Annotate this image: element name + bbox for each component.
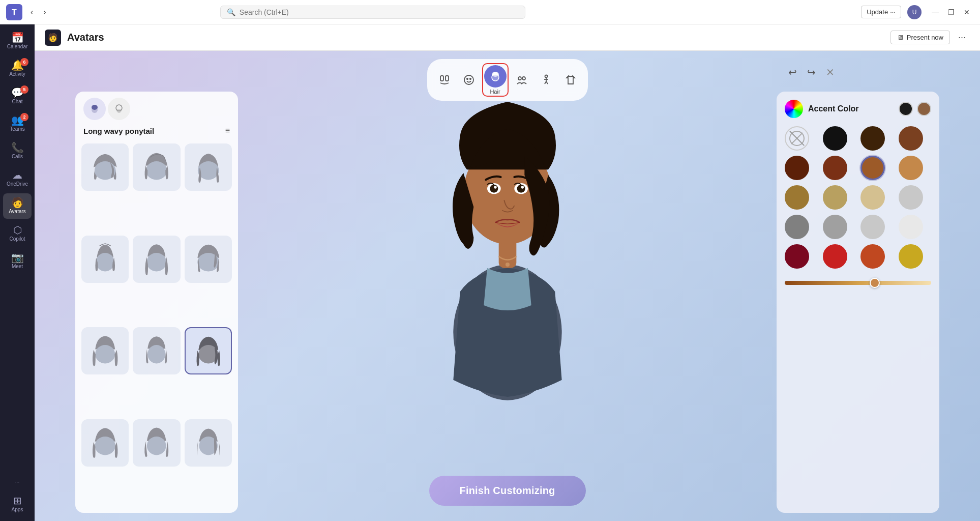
left-panel: Long wavy ponytail ≡ <box>75 92 238 513</box>
maximize-button[interactable]: ❐ <box>944 6 959 18</box>
sidebar-item-activity[interactable]: 🔔 Activity 6 <box>3 56 32 81</box>
sidebar-item-apps[interactable]: ⊞ Apps <box>3 491 32 517</box>
window-controls: — ❐ ✕ <box>928 6 974 18</box>
minimize-button[interactable]: — <box>928 6 943 18</box>
finish-customizing-button[interactable]: Finish Customizing <box>429 476 585 506</box>
sidebar-item-chat[interactable]: 💬 Chat 5 <box>3 83 32 109</box>
hair-style-item-6[interactable] <box>185 236 232 283</box>
redo-button[interactable]: ↪ <box>804 63 819 81</box>
color-swatch-black[interactable] <box>823 126 847 151</box>
color-swatch-auburn[interactable] <box>860 244 885 269</box>
hair-style-item-12[interactable] <box>185 419 232 467</box>
undo-button[interactable]: ↩ <box>785 63 800 81</box>
color-wheel-icon <box>785 100 803 118</box>
close-customization-button[interactable]: ✕ <box>823 63 838 81</box>
sidebar-label-copilot: Copilot <box>9 236 25 242</box>
hair-style-item-11[interactable] <box>133 419 180 467</box>
hair-grid <box>75 139 238 513</box>
beard-tab[interactable] <box>108 98 130 120</box>
hair-style-item-3[interactable] <box>185 143 232 191</box>
sidebar-item-calls[interactable]: 📞 Calls <box>3 138 32 164</box>
forward-button[interactable]: › <box>39 6 50 19</box>
color-swatch-darkblonde[interactable] <box>823 185 847 210</box>
update-more-icon: ··· <box>890 8 896 16</box>
selected-color-1 <box>899 102 913 116</box>
accent-color-title: Accent Color <box>808 104 899 113</box>
selected-colors <box>899 102 931 116</box>
sidebar-label-calls: Calls <box>12 154 23 160</box>
calendar-icon: 📅 <box>11 33 24 43</box>
search-input[interactable] <box>240 8 519 16</box>
color-swatch-lightbrown[interactable] <box>899 156 923 180</box>
avatar-canvas: Hair <box>35 51 980 521</box>
sidebar-item-onedrive[interactable]: ☁ OneDrive <box>3 166 32 191</box>
update-label: Update <box>867 8 888 16</box>
color-swatch-lightblonde[interactable] <box>899 185 923 210</box>
teams-badge: 2 <box>20 113 28 121</box>
sidebar-label-calendar: Calendar <box>7 44 28 50</box>
hair-style-item-7[interactable] <box>81 327 129 374</box>
onedrive-icon: ☁ <box>12 170 22 180</box>
color-swatch-darkgray[interactable] <box>785 215 809 239</box>
svg-line-38 <box>791 133 803 144</box>
svg-point-19 <box>147 253 167 271</box>
hair-style-item-9[interactable] <box>185 327 232 374</box>
selected-color-2 <box>917 102 931 116</box>
user-avatar[interactable]: U <box>907 5 922 19</box>
panel-title-row: Long wavy ponytail ≡ <box>75 120 238 139</box>
color-swatch-gold[interactable] <box>899 244 923 269</box>
back-button[interactable]: ‹ <box>26 6 37 19</box>
hair-style-item-8[interactable] <box>133 327 180 374</box>
sidebar: 📅 Calendar 🔔 Activity 6 💬 Chat 5 👥 Teams… <box>0 24 35 521</box>
present-label: Present now <box>907 34 943 41</box>
color-slider-track[interactable] <box>785 281 931 285</box>
color-swatch-blonde[interactable] <box>860 185 885 210</box>
sidebar-item-teams[interactable]: 👥 Teams 2 <box>3 111 32 136</box>
header-more-button[interactable]: ··· <box>954 30 970 45</box>
search-icon: 🔍 <box>227 8 235 16</box>
color-swatch-brown[interactable] <box>899 126 923 151</box>
app-header-right: 🖥 Present now ··· <box>890 30 970 45</box>
svg-point-25 <box>147 437 166 455</box>
close-button[interactable]: ✕ <box>960 6 974 18</box>
sidebar-item-more[interactable]: ··· <box>3 475 32 489</box>
sidebar-label-activity: Activity <box>9 71 25 77</box>
avatars-icon: 🧑 <box>11 197 24 208</box>
calls-icon: 📞 <box>11 142 24 153</box>
color-swatch-darkred[interactable] <box>785 244 809 269</box>
filter-button[interactable]: ≡ <box>225 126 230 135</box>
color-swatch-white[interactable] <box>899 215 923 239</box>
title-bar: T ‹ › 🔍 Update ··· U — ❐ ✕ <box>0 0 980 24</box>
color-swatch-chestnut[interactable] <box>823 156 847 180</box>
color-swatch-auburnbrown[interactable] <box>860 156 885 180</box>
color-swatch-gray[interactable] <box>823 215 847 239</box>
color-slider-thumb[interactable] <box>870 278 880 288</box>
hair-style-item-4[interactable] <box>81 236 129 283</box>
color-swatch-lightgray[interactable] <box>860 215 885 239</box>
svg-point-18 <box>96 253 114 271</box>
sidebar-label-teams: Teams <box>10 126 24 132</box>
title-bar-right: Update ··· U — ❐ ✕ <box>861 5 974 19</box>
sidebar-item-calendar[interactable]: 📅 Calendar <box>3 28 32 54</box>
teams-logo: T <box>6 4 22 20</box>
activity-badge: 6 <box>20 58 28 66</box>
sidebar-item-avatars[interactable]: 🧑 Avatars <box>3 193 32 219</box>
color-swatch-goldbrown[interactable] <box>785 185 809 210</box>
svg-point-35 <box>517 185 525 193</box>
sidebar-item-copilot[interactable]: ⬡ Copilot <box>3 221 32 246</box>
color-swatch-none[interactable] <box>785 126 809 151</box>
hair-style-item-1[interactable] <box>81 143 129 191</box>
sidebar-item-meet[interactable]: 📷 Meet <box>3 248 32 274</box>
hair-style-item-10[interactable] <box>81 419 129 467</box>
content-area: 🧑 Avatars 🖥 Present now ··· <box>35 24 980 521</box>
svg-text:T: T <box>12 8 17 17</box>
hair-style-item-2[interactable] <box>133 143 180 191</box>
present-now-button[interactable]: 🖥 Present now <box>890 31 950 44</box>
update-button[interactable]: Update ··· <box>861 6 901 18</box>
hair-style-item-5[interactable] <box>133 236 180 283</box>
color-swatch-red[interactable] <box>823 244 847 269</box>
hair-head-tab[interactable] <box>83 98 106 120</box>
color-swatch-darkbrown[interactable] <box>860 126 885 151</box>
color-swatch-darkchestnut[interactable] <box>785 156 809 180</box>
avatar-figure <box>406 71 609 417</box>
